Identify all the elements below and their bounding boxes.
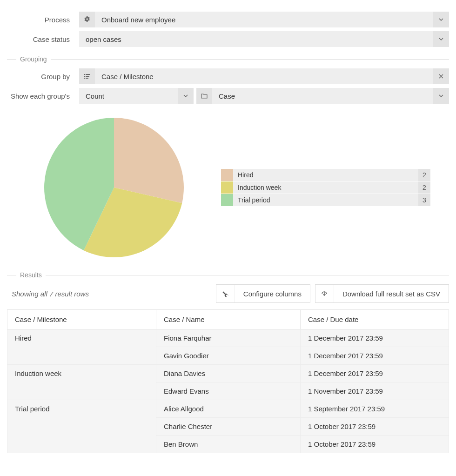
svg-rect-5 <box>86 78 88 79</box>
column-header-due[interactable]: Case / Due date <box>301 310 449 329</box>
legend-swatch <box>221 169 233 181</box>
cell-name: Charlie Chester <box>156 418 301 436</box>
cell-name: Gavin Goodier <box>156 347 301 365</box>
results-title: Results <box>20 271 42 279</box>
group-by-value: Case / Milestone <box>95 73 160 80</box>
cell-name: Alice Allgood <box>156 400 301 418</box>
entity-value: Case <box>212 92 241 100</box>
chevron-down-icon <box>433 12 449 27</box>
group-by-select[interactable]: Case / Milestone <box>79 68 449 84</box>
group-by-label: Group by <box>7 73 79 80</box>
cell-name: Fiona Farquhar <box>156 329 301 347</box>
svg-rect-3 <box>86 76 89 77</box>
cell-due: 1 October 2017 23:59 <box>301 436 449 453</box>
svg-rect-0 <box>84 74 85 75</box>
cell-due: 1 October 2017 23:59 <box>301 418 449 436</box>
legend-label: Trial period <box>233 194 418 206</box>
grouping-title: Grouping <box>20 55 47 63</box>
grouping-section-header: Grouping <box>7 55 449 63</box>
close-icon[interactable] <box>433 68 449 84</box>
legend-item[interactable]: Induction week2 <box>221 181 430 194</box>
pie-legend: Hired2Induction week2Trial period3 <box>221 169 449 207</box>
cell-due: 1 December 2017 23:59 <box>301 347 449 365</box>
cell-milestone: Trial period <box>7 400 156 453</box>
legend-swatch <box>221 194 233 206</box>
legend-swatch <box>221 181 233 194</box>
legend-item[interactable]: Trial period3 <box>221 194 430 206</box>
cell-due: 1 December 2017 23:59 <box>301 329 449 347</box>
cell-milestone: Induction week <box>7 365 156 400</box>
configure-columns-label: Configure columns <box>235 285 310 302</box>
results-table: Case / Milestone Case / Name Case / Due … <box>7 309 449 453</box>
cell-due: 1 September 2017 23:59 <box>301 400 449 418</box>
download-csv-label: Download full result set as CSV <box>334 285 449 302</box>
download-icon <box>315 285 334 302</box>
cell-due: 1 November 2017 23:59 <box>301 382 449 400</box>
svg-rect-1 <box>86 74 90 75</box>
legend-count: 2 <box>418 181 430 194</box>
list-icon <box>79 68 95 84</box>
folder-icon <box>196 88 212 104</box>
legend-item[interactable]: Hired2 <box>221 169 430 181</box>
legend-label: Induction week <box>233 181 418 194</box>
configure-columns-button[interactable]: Configure columns <box>216 284 310 303</box>
legend-label: Hired <box>233 169 418 181</box>
process-select[interactable]: Onboard new employee <box>79 12 449 27</box>
svg-rect-4 <box>84 78 85 79</box>
show-each-label: Show each group's <box>7 92 79 100</box>
cell-name: Edward Evans <box>156 382 301 400</box>
gears-icon <box>79 12 95 27</box>
cell-name: Ben Brown <box>156 436 301 453</box>
table-row: Trial periodAlice Allgood1 September 201… <box>7 400 449 418</box>
download-csv-button[interactable]: Download full result set as CSV <box>315 284 449 303</box>
status-value: open cases <box>79 35 128 43</box>
column-header-milestone[interactable]: Case / Milestone <box>7 310 156 329</box>
aggregate-select[interactable]: Count <box>79 88 194 104</box>
process-label: Process <box>7 16 79 24</box>
pie-chart <box>7 118 221 257</box>
legend-count: 2 <box>418 169 430 181</box>
cell-name: Diana Davies <box>156 365 301 382</box>
chevron-down-icon <box>178 88 194 104</box>
process-value: Onboard new employee <box>95 16 182 24</box>
results-caption: Showing all 7 result rows <box>7 290 211 298</box>
table-row: HiredFiona Farquhar1 December 2017 23:59 <box>7 329 449 347</box>
status-label: Case status <box>7 35 79 43</box>
entity-select[interactable]: Case <box>196 88 449 104</box>
wrench-icon <box>216 285 235 302</box>
chevron-down-icon <box>433 31 449 47</box>
legend-count: 3 <box>418 194 430 206</box>
chevron-down-icon <box>433 88 449 104</box>
results-section-header: Results <box>7 271 449 279</box>
cell-milestone: Hired <box>7 329 156 365</box>
aggregate-value: Count <box>79 92 111 100</box>
cell-due: 1 December 2017 23:59 <box>301 365 449 382</box>
status-select[interactable]: open cases <box>79 31 449 47</box>
table-row: Induction weekDiana Davies1 December 201… <box>7 365 449 382</box>
column-header-name[interactable]: Case / Name <box>156 310 301 329</box>
svg-rect-2 <box>84 76 85 77</box>
